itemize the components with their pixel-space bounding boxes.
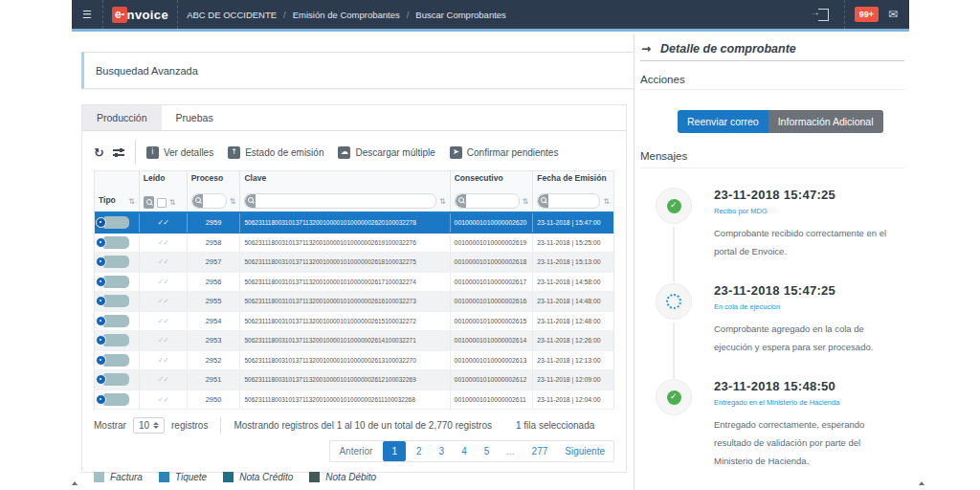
table-row[interactable]: ✓✓ 2957 50623111800310137113200100001010… [95,253,613,273]
leido-cell: ✓✓ [139,390,187,410]
breadcrumb-company[interactable]: ABC DE OCCIDENTE [187,10,277,20]
row-info-icon[interactable] [96,355,106,366]
page-button[interactable]: 2 [408,441,431,461]
arrow-right-icon[interactable]: → [641,42,651,56]
message-timestamp: 23-11-2018 15:48:50 [714,379,910,393]
double-check-icon: ✓✓ [158,336,168,345]
next-page-button[interactable]: Siguiente [556,441,613,461]
clave-cell: 5062311180031013711320010000101000000261… [239,292,449,311]
page-button[interactable]: 1 [383,441,406,461]
row-info-icon[interactable] [96,256,106,267]
table-row[interactable]: ✓✓ 2958 50623111800310137113200100001010… [95,234,613,254]
page-button[interactable]: 3 [431,441,454,461]
ver-detalles-button[interactable]: i Ver detalles [146,146,213,159]
mail-icon[interactable]: ✉ [888,9,898,20]
table-row[interactable]: ✓✓ 2952 50623111800310137113200100001010… [95,351,613,371]
row-info-icon[interactable] [96,237,106,248]
table-row[interactable]: ✓✓ 2955 50623111800310137113200100001010… [95,292,613,312]
navbar-divider [177,0,178,29]
clave-filter-input[interactable] [256,195,434,207]
sort-icon[interactable]: ⇅ [439,197,446,206]
legend-item: Nota Débito [309,472,376,482]
page-button[interactable]: 5 [476,441,499,461]
legend-color-swatch [223,472,234,482]
sort-icon[interactable]: ⇅ [128,197,135,206]
cloud-download-icon: ☁ [338,146,350,159]
row-info-icon[interactable] [96,217,106,228]
breadcrumb: ABC DE OCCIDENTE / Emisión de Comprobant… [187,10,506,20]
message-status-link[interactable]: Entregado en el Ministerio de Hacienda [714,398,910,407]
table-row[interactable]: ✓✓ 2951 50623111800310137113200100001010… [95,370,613,390]
proceso-filter-input[interactable] [203,195,226,207]
row-info-icon[interactable] [96,296,106,306]
table-row[interactable]: ✓✓ 2954 50623111800310137113200100001010… [95,312,613,332]
proceso-cell: 2955 [187,292,240,311]
message-status-link[interactable]: En cola de ejecución [714,302,910,311]
consecutivo-cell: 00100001010000002612 [450,370,533,390]
descargar-multiple-button[interactable]: ☁ Descargar múltiple [338,146,434,159]
table-row[interactable]: ✓✓ 2959 50623111800310137113200100001010… [95,213,613,234]
tipo-cell [95,253,139,272]
tab-pruebas[interactable]: Pruebas [162,105,228,130]
leido-filter-checkbox[interactable] [157,198,167,208]
fecha-cell: 23-11-2018 | 12:26:00 [532,331,613,350]
advanced-search-title: Busquedad Avanzada [96,65,198,77]
row-info-icon[interactable] [96,277,106,287]
hamburger-menu-icon[interactable]: ☰ [72,9,102,21]
sort-icon[interactable]: ⇅ [230,197,236,206]
clave-cell: 5062311180031013711320010000101000000261… [239,234,449,253]
sort-icon[interactable]: ⇅ [523,197,529,206]
refresh-icon[interactable]: ↻ [94,145,104,160]
advanced-search-panel[interactable]: Busquedad Avanzada [81,52,638,89]
table-footer: Mostrar 10 registros Mostrando registros… [94,417,614,434]
page-button[interactable]: 277 [523,441,557,461]
fecha-cell: 23-11-2018 | 15:25:00 [532,234,613,253]
sort-icon[interactable]: ⇅ [169,198,176,207]
legend-label: Factura [110,472,143,482]
table-row[interactable]: ✓✓ 2953 50623111800310137113200100001010… [95,331,613,351]
fecha-filter-input[interactable] [548,195,599,207]
reenviar-correo-button[interactable]: Reenviar correo [678,110,768,133]
legend-label: Nota Crédito [239,472,293,482]
breadcrumb-separator: / [283,10,286,20]
fecha-cell: 23-11-2018 | 15:47:00 [532,213,613,233]
page-button[interactable]: 4 [453,441,476,461]
logo-box: e- [112,7,127,23]
breadcrumb-page[interactable]: Buscar Comprobantes [415,10,506,20]
search-icon[interactable] [144,196,154,209]
consecutivo-cell: 00100001010000002613 [450,351,533,370]
filters-icon[interactable] [113,147,124,157]
tipo-cell [95,234,139,253]
select-arrows-icon [153,422,159,429]
logout-icon[interactable] [818,9,829,21]
scrollbar-arrow[interactable] [72,481,78,485]
consecutivo-cell: 00100001010000002618 [450,253,533,272]
scrollbar-arrow[interactable] [919,481,924,485]
table-row[interactable]: ✓✓ 2956 50623111800310137113200100001010… [95,273,613,293]
page-size-select[interactable]: 10 [133,417,165,434]
clave-cell: 5062311180031013711320010000101000000261… [239,351,449,370]
confirmar-pendientes-button[interactable]: ➤ Confirmar pendientes [450,146,559,159]
informacion-adicional-button[interactable]: Información Adicional [768,110,883,133]
tipo-cell [95,213,139,233]
app-logo[interactable]: e- nvoice [103,7,177,23]
double-check-icon: ✓✓ [158,238,168,247]
message-status-link[interactable]: Recibo por MDG [714,207,910,215]
breadcrumb-section[interactable]: Emisión de Comprobantes [293,10,400,20]
proceso-cell: 2959 [187,213,240,233]
row-info-icon[interactable] [96,316,106,326]
previous-page-button[interactable]: Anterior [330,441,381,461]
tab-produccion[interactable]: Producción [82,105,162,130]
row-info-icon[interactable] [96,394,106,405]
page-button[interactable]: ... [498,441,523,461]
consecutivo-filter-input[interactable] [466,195,519,207]
sort-icon[interactable]: ⇅ [603,197,610,206]
table-row[interactable]: ✓✓ 2950 50623111800310137113200100001010… [95,390,613,411]
messages-heading: Mensajes [640,150,687,162]
row-info-icon[interactable] [96,374,106,385]
estado-emision-button[interactable]: ↑ Estado de emisión [228,146,323,159]
clave-cell: 5062311180031013711320010000101000000261… [239,390,449,410]
row-info-icon[interactable] [96,335,106,345]
notification-badge[interactable]: 99+ [855,7,879,22]
legend-color-swatch [94,472,104,482]
